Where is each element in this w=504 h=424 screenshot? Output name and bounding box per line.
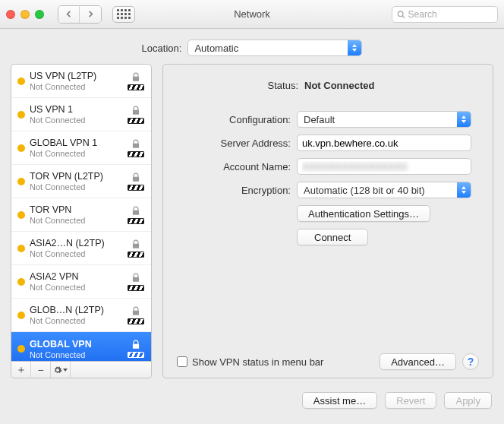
titlebar: Network	[0, 0, 504, 29]
list-footer: ＋ −	[11, 362, 152, 378]
window-footer: Assist me… Revert Apply	[0, 386, 504, 418]
status-dot-icon	[17, 278, 25, 286]
item-name: ASIA2…N (L2TP)	[30, 238, 122, 248]
content: US VPN (L2TP) Not Connected US VPN 1 Not…	[0, 64, 504, 386]
encryption-select[interactable]: Automatic (128 bit or 40 bit)	[297, 182, 471, 198]
lock-icon	[130, 139, 142, 150]
search-icon	[397, 10, 405, 19]
lock-icon	[130, 273, 142, 283]
item-status: Not Connected	[30, 249, 122, 258]
svg-point-0	[398, 11, 403, 17]
configuration-value: Default	[298, 114, 356, 125]
apply-button[interactable]: Apply	[444, 392, 492, 409]
vpn-stripes-icon	[128, 151, 144, 157]
authentication-settings-button[interactable]: Authentication Settings…	[297, 205, 430, 222]
encryption-label: Encryption:	[177, 185, 291, 196]
item-status: Not Connected	[30, 149, 122, 158]
window-title: Network	[234, 8, 270, 20]
add-service-button[interactable]: ＋	[11, 362, 31, 378]
search-box[interactable]	[392, 6, 498, 23]
list-item[interactable]: TOR VPN Not Connected	[11, 198, 151, 232]
back-button[interactable]	[58, 6, 80, 23]
forward-button[interactable]	[80, 6, 101, 23]
svg-line-1	[402, 15, 405, 17]
item-status: Not Connected	[30, 82, 122, 91]
details-panel: Status: Not Connected Configuration: Def…	[162, 64, 493, 378]
status-dot-icon	[17, 345, 25, 353]
chevron-right-icon	[87, 11, 94, 17]
item-status: Not Connected	[30, 182, 122, 191]
chevron-updown-icon	[348, 40, 361, 55]
fullscreen-window-button[interactable]	[35, 10, 44, 19]
nav-back-forward	[58, 5, 102, 24]
account-name-input[interactable]	[297, 158, 471, 175]
vpn-stripes-icon	[128, 218, 144, 224]
list-item[interactable]: TOR VPN (L2TP) Not Connected	[11, 165, 151, 198]
item-status: Not Connected	[30, 115, 122, 125]
list-item[interactable]: GLOBAL VPN 1 Not Connected	[11, 131, 151, 165]
chevron-updown-icon	[457, 112, 471, 127]
item-name: TOR VPN	[30, 204, 122, 215]
location-select[interactable]: Automatic	[187, 40, 362, 56]
status-dot-icon	[17, 111, 25, 119]
lock-icon	[130, 72, 142, 83]
lock-icon	[130, 206, 142, 217]
item-status: Not Connected	[30, 316, 122, 325]
item-name: ASIA2 VPN	[30, 271, 122, 282]
vpn-stripes-icon	[128, 185, 144, 191]
gear-icon	[53, 365, 62, 375]
item-name: GLOBAL VPN 1	[30, 138, 122, 148]
show-vpn-status-input[interactable]	[177, 356, 187, 367]
chevron-left-icon	[65, 11, 72, 17]
lock-icon	[130, 306, 142, 317]
vpn-stripes-icon	[128, 285, 144, 291]
list-item[interactable]: ASIA2 VPN Not Connected	[11, 265, 151, 299]
location-row: Location: Automatic	[0, 29, 504, 64]
show-vpn-status-checkbox[interactable]: Show VPN status in menu bar	[177, 356, 323, 368]
connect-button[interactable]: Connect	[297, 229, 368, 245]
item-name: TOR VPN (L2TP)	[30, 171, 122, 182]
minimize-window-button[interactable]	[20, 10, 30, 19]
server-address-input[interactable]	[297, 134, 471, 151]
service-actions-menu[interactable]	[51, 362, 71, 378]
location-value: Automatic	[188, 43, 260, 54]
vpn-stripes-icon	[128, 84, 144, 90]
list-item[interactable]: US VPN 1 Not Connected	[11, 98, 151, 131]
list-item[interactable]: US VPN (L2TP) Not Connected	[11, 65, 151, 98]
list-item[interactable]: ASIA2…N (L2TP) Not Connected	[11, 232, 151, 265]
item-status: Not Connected	[30, 283, 122, 292]
close-window-button[interactable]	[6, 10, 15, 19]
show-all-prefs-button[interactable]	[112, 6, 135, 23]
list-item-selected[interactable]: GLOBAL VPN Not Connected	[11, 332, 151, 362]
item-status: Not Connected	[30, 216, 122, 225]
traffic-lights	[6, 10, 44, 19]
vpn-stripes-icon	[128, 118, 144, 124]
chevron-down-icon	[63, 369, 68, 372]
vpn-stripes-icon	[128, 352, 144, 358]
advanced-button[interactable]: Advanced…	[380, 353, 456, 370]
help-button[interactable]: ?	[462, 353, 479, 370]
status-dot-icon	[17, 144, 25, 152]
list-item[interactable]: GLOB…N (L2TP) Not Connected	[11, 299, 151, 332]
status-dot-icon	[17, 312, 25, 319]
status-label: Status:	[177, 80, 298, 91]
assist-me-button[interactable]: Assist me…	[302, 392, 377, 409]
item-name: GLOB…N (L2TP)	[30, 305, 122, 315]
account-name-label: Account Name:	[177, 161, 291, 172]
status-value: Not Connected	[304, 80, 374, 91]
lock-icon	[130, 340, 142, 350]
item-name: US VPN 1	[30, 104, 122, 115]
service-list[interactable]: US VPN (L2TP) Not Connected US VPN 1 Not…	[11, 64, 152, 362]
show-vpn-status-label: Show VPN status in menu bar	[192, 356, 323, 368]
grid-icon	[117, 9, 131, 19]
status-dot-icon	[17, 178, 25, 185]
search-input[interactable]	[408, 9, 493, 20]
lock-icon	[130, 239, 142, 250]
status-dot-icon	[17, 245, 25, 252]
server-address-label: Server Address:	[177, 138, 291, 149]
sidebar: US VPN (L2TP) Not Connected US VPN 1 Not…	[11, 64, 152, 378]
revert-button[interactable]: Revert	[385, 392, 436, 409]
remove-service-button[interactable]: −	[31, 362, 51, 378]
configuration-select[interactable]: Default	[297, 111, 471, 128]
item-status: Not Connected	[30, 350, 122, 359]
